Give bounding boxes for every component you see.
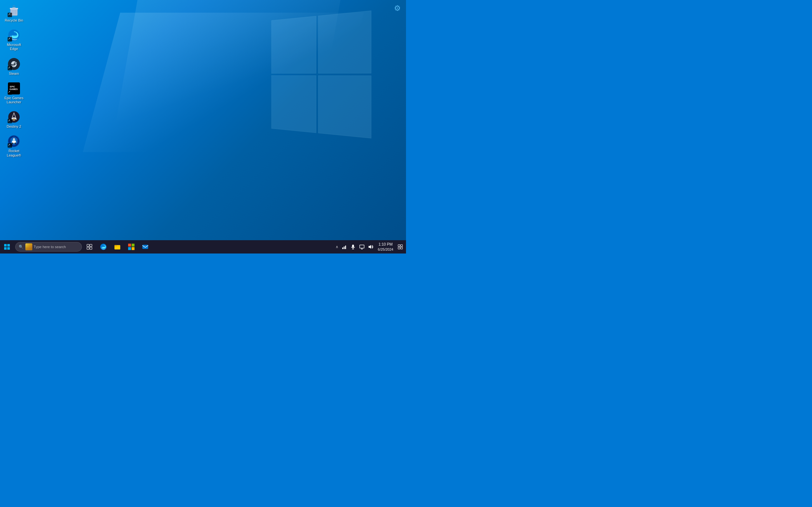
taskbar: 🔍 Type here to search — [0, 240, 406, 253]
tray-show-hidden-button[interactable]: ∧ — [334, 245, 340, 249]
search-placeholder-text: Type here to search — [34, 245, 78, 249]
clock-area[interactable]: 1:10 PM 6/25/2024 — [375, 240, 396, 253]
svg-rect-52 — [398, 247, 400, 249]
desktop-icon-list: Recycle Bin Microsoft Edge — [0, 0, 27, 159]
tray-display-icon[interactable] — [357, 240, 366, 253]
epic-games-label: Epic Games Launcher — [3, 96, 26, 104]
svg-rect-25 — [7, 244, 10, 246]
svg-rect-38 — [132, 247, 135, 250]
svg-point-10 — [13, 64, 14, 66]
shortcut-arrow-steam — [8, 66, 12, 70]
shortcut-arrow-edge — [8, 37, 12, 42]
clock-time: 1:10 PM — [378, 242, 393, 247]
svg-rect-53 — [401, 247, 403, 249]
tray-network-icon[interactable] — [340, 240, 349, 253]
steam-icon[interactable]: Steam — [1, 56, 27, 78]
svg-rect-28 — [87, 244, 89, 246]
shortcut-arrow-rocket — [8, 143, 12, 148]
svg-rect-39 — [142, 245, 148, 249]
svg-rect-37 — [128, 247, 131, 250]
svg-point-7 — [12, 34, 17, 36]
recycle-bin-label: Recycle Bin — [5, 18, 23, 22]
svg-rect-43 — [352, 245, 354, 247]
taskbar-edge-button[interactable] — [96, 240, 110, 253]
search-bar[interactable]: 🔍 Type here to search — [15, 242, 82, 251]
rocket-league-icon[interactable]: Rocket League® — [1, 133, 27, 159]
notification-button[interactable] — [396, 240, 405, 253]
svg-rect-2 — [12, 7, 15, 9]
microsoft-edge-label: Microsoft Edge — [3, 43, 26, 51]
destiny-2-label: Destiny 2 — [7, 124, 21, 129]
epic-games-icon[interactable]: EPIC GAMES Epic Games Launcher — [1, 80, 27, 106]
svg-rect-51 — [401, 245, 403, 246]
svg-rect-50 — [398, 245, 400, 246]
svg-rect-36 — [132, 244, 135, 246]
taskbar-store-button[interactable] — [124, 240, 138, 253]
desktop: ⚙ Recycle Bin — [0, 0, 406, 253]
svg-rect-41 — [344, 246, 345, 249]
system-tray: ∧ — [334, 240, 406, 253]
recycle-bin-icon[interactable]: Recycle Bin — [1, 3, 27, 24]
microsoft-edge-icon[interactable]: Microsoft Edge — [1, 27, 27, 53]
shortcut-arrow-epic — [8, 90, 12, 95]
clock-date: 6/25/2024 — [378, 247, 393, 251]
svg-rect-20 — [12, 140, 15, 142]
svg-rect-34 — [114, 245, 117, 246]
svg-point-21 — [12, 143, 13, 144]
tray-volume-icon[interactable] — [366, 240, 375, 253]
taskbar-mail-button[interactable] — [138, 240, 152, 253]
svg-rect-35 — [128, 244, 131, 246]
svg-text:EPIC: EPIC — [10, 86, 15, 88]
tray-microphone-icon[interactable] — [349, 240, 357, 253]
svg-rect-29 — [90, 244, 92, 246]
destiny-2-icon[interactable]: Destiny 2 — [1, 109, 27, 130]
shortcut-arrow-destiny — [8, 119, 12, 123]
svg-rect-46 — [360, 245, 364, 248]
svg-point-9 — [14, 62, 16, 64]
svg-marker-49 — [368, 245, 371, 249]
svg-rect-30 — [87, 247, 89, 249]
windows-logo-background — [266, 16, 368, 133]
start-button[interactable] — [0, 240, 14, 253]
task-view-button[interactable] — [83, 240, 96, 253]
svg-point-22 — [14, 143, 16, 144]
rocket-league-label: Rocket League® — [3, 149, 26, 157]
svg-rect-24 — [4, 244, 7, 246]
taskbar-file-explorer-button[interactable] — [110, 240, 124, 253]
settings-gear-icon[interactable]: ⚙ — [394, 4, 401, 13]
search-bing-thumbnail — [26, 243, 32, 250]
svg-rect-31 — [90, 247, 92, 249]
svg-rect-26 — [4, 247, 7, 250]
svg-rect-42 — [345, 245, 346, 249]
search-icon: 🔍 — [19, 245, 23, 249]
taskbar-pinned-icons — [96, 240, 152, 253]
svg-rect-40 — [342, 247, 343, 249]
svg-rect-27 — [7, 247, 10, 250]
shortcut-arrow-recycle — [8, 13, 12, 17]
svg-text:GAMES: GAMES — [9, 88, 18, 90]
steam-label: Steam — [9, 72, 19, 76]
